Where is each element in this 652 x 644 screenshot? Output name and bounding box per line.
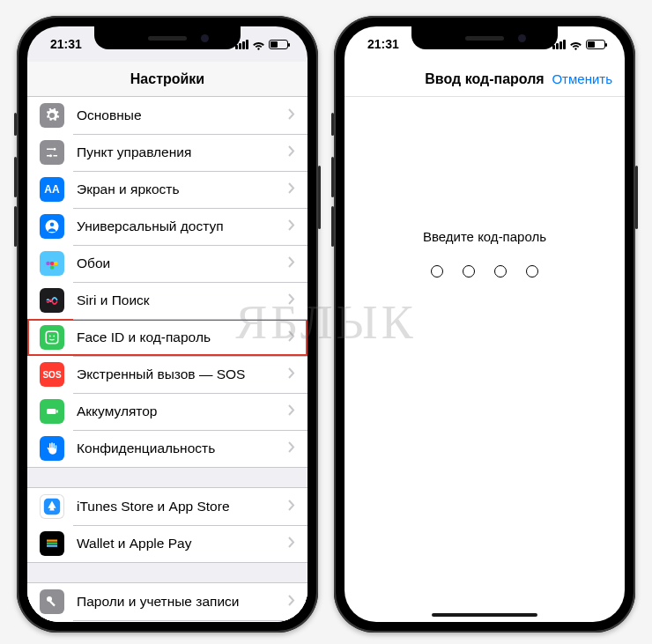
svg-rect-12 <box>56 411 58 413</box>
chevron-right-icon <box>288 329 295 345</box>
chevron-right-icon <box>288 594 295 610</box>
sos-icon: SOS <box>40 362 64 387</box>
battery-icon <box>269 40 288 49</box>
row-label: Siri и Поиск <box>77 292 288 308</box>
svg-point-3 <box>50 257 55 262</box>
screen-settings: 21:31 Настройки ОсновныеПункт управления… <box>27 26 307 622</box>
control-center-icon <box>40 140 64 165</box>
settings-row-wallet[interactable]: Wallet и Apple Pay <box>27 525 307 562</box>
battery-icon <box>40 399 64 424</box>
row-label: Универсальный доступ <box>77 218 288 234</box>
svg-rect-8 <box>46 331 58 344</box>
svg-point-2 <box>50 262 55 266</box>
chevron-right-icon <box>288 403 295 419</box>
settings-row-battery[interactable]: Аккумулятор <box>27 393 307 430</box>
page-title: Ввод код-пароля <box>425 71 544 87</box>
cancel-button[interactable]: Отменить <box>552 71 612 86</box>
chevron-right-icon <box>288 292 295 308</box>
faceid-icon <box>40 325 64 350</box>
display-icon: AA <box>40 177 64 202</box>
phone-right: 21:31 Ввод код-пароля Отменить Введите к… <box>334 16 635 633</box>
svg-point-4 <box>54 262 58 266</box>
battery-icon <box>586 40 605 49</box>
passcode-dot <box>526 265 538 278</box>
row-label: iTunes Store и App Store <box>77 499 288 514</box>
wifi-icon <box>569 38 582 51</box>
svg-rect-16 <box>47 545 57 547</box>
svg-point-17 <box>47 596 52 602</box>
svg-rect-18 <box>49 601 56 607</box>
settings-row-accessibility[interactable]: Универсальный доступ <box>27 208 307 245</box>
row-label: Экстренный вызов — SOS <box>77 366 288 382</box>
row-label: Пароли и учетные записи <box>77 594 288 610</box>
general-icon <box>40 103 64 128</box>
chevron-right-icon <box>288 181 295 197</box>
svg-point-6 <box>46 262 50 266</box>
svg-rect-14 <box>47 540 57 542</box>
chevron-right-icon <box>288 366 295 382</box>
passcode-dots <box>431 265 538 278</box>
page-title: Настройки <box>130 71 204 87</box>
privacy-icon <box>40 436 64 461</box>
svg-point-5 <box>50 265 55 270</box>
row-label: Экран и яркость <box>77 181 288 197</box>
siri-icon <box>40 288 64 313</box>
row-label: Обои <box>77 255 288 271</box>
row-label: Конфиденциальность <box>77 440 288 456</box>
chevron-right-icon <box>288 218 295 234</box>
passcode-dot <box>431 265 443 278</box>
passcode-area: Введите код-пароль <box>345 97 625 278</box>
settings-row-accounts[interactable]: Пароли и учетные записи <box>27 583 307 620</box>
row-label: Основные <box>77 107 288 123</box>
svg-point-9 <box>49 336 51 337</box>
itunes-icon <box>40 494 64 519</box>
svg-rect-15 <box>47 543 57 544</box>
settings-row-display[interactable]: AAЭкран и яркость <box>27 171 307 208</box>
svg-point-1 <box>50 223 55 227</box>
settings-row-mail[interactable]: Почта <box>27 620 307 622</box>
chevron-right-icon <box>288 440 295 456</box>
accessibility-icon <box>40 214 64 239</box>
settings-row-itunes[interactable]: iTunes Store и App Store <box>27 488 307 525</box>
wifi-icon <box>252 38 265 51</box>
settings-row-sos[interactable]: SOSЭкстренный вызов — SOS <box>27 356 307 393</box>
phone-left: 21:31 Настройки ОсновныеПункт управления… <box>17 16 318 633</box>
settings-row-faceid[interactable]: Face ID и код-пароль <box>27 319 307 356</box>
status-time: 21:31 <box>50 37 82 51</box>
screen-passcode: 21:31 Ввод код-пароля Отменить Введите к… <box>345 26 625 622</box>
chevron-right-icon <box>288 536 295 551</box>
chevron-right-icon <box>288 107 295 123</box>
wallet-icon <box>40 531 64 556</box>
svg-point-10 <box>53 336 55 337</box>
row-label: Face ID и код-пароль <box>77 329 288 345</box>
row-label: Пункт управления <box>77 144 288 160</box>
row-label: Аккумулятор <box>77 403 288 419</box>
home-indicator[interactable] <box>432 613 537 617</box>
chevron-right-icon <box>288 144 295 160</box>
settings-row-wallpaper[interactable]: Обои <box>27 245 307 282</box>
settings-row-control-center[interactable]: Пункт управления <box>27 134 307 171</box>
chevron-right-icon <box>288 499 295 514</box>
passcode-prompt: Введите код-пароль <box>423 229 546 244</box>
svg-rect-11 <box>47 409 56 414</box>
chevron-right-icon <box>288 255 295 271</box>
navbar-passcode: Ввод код-пароля Отменить <box>345 62 625 97</box>
wallpaper-icon <box>40 251 64 276</box>
passcode-dot <box>494 265 507 278</box>
settings-row-privacy[interactable]: Конфиденциальность <box>27 430 307 467</box>
status-time: 21:31 <box>367 37 399 51</box>
accounts-icon <box>40 589 64 614</box>
settings-list[interactable]: ОсновныеПункт управленияAAЭкран и яркост… <box>27 97 307 622</box>
passcode-dot <box>463 265 475 278</box>
settings-row-general[interactable]: Основные <box>27 97 307 134</box>
row-label: Wallet и Apple Pay <box>77 536 288 551</box>
navbar-settings: Настройки <box>27 62 307 97</box>
settings-row-siri[interactable]: Siri и Поиск <box>27 282 307 319</box>
